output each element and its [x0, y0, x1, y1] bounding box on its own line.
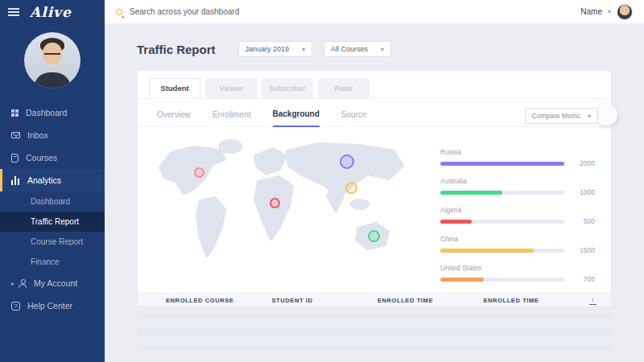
bar-fill: [440, 278, 484, 282]
subtab-enrollment[interactable]: Enrollment: [213, 110, 251, 126]
sidebar-item-help-center[interactable]: Help Center: [0, 294, 105, 317]
user-name: Name: [580, 7, 602, 16]
bar-track: [440, 162, 564, 166]
search-icon: [116, 9, 122, 15]
stat-row-algeria: Algeria 500: [440, 206, 595, 225]
country-value: 1000: [572, 188, 595, 196]
bar-fill: [440, 162, 564, 166]
bar-fill: [440, 220, 472, 224]
bar-fill: [440, 191, 502, 195]
country-label: Russia: [440, 148, 595, 156]
sidebar: Alive Dashboard Inbox Courses Anal: [0, 0, 105, 362]
page-title: Traffic Report: [137, 43, 216, 56]
avatar-body: [34, 72, 71, 88]
country-value: 1500: [572, 246, 595, 254]
tab-rater[interactable]: Rater: [318, 78, 369, 98]
main-content: Traffic Report January 2019 ▾ All Course…: [105, 24, 644, 362]
background-panel: Russia 2000 Australia 1000: [138, 127, 611, 293]
submenu-item-finance[interactable]: Finance: [0, 252, 105, 272]
country-label: Australia: [440, 177, 595, 185]
topbar-avatar[interactable]: [617, 4, 633, 20]
compare-metric-dropdown[interactable]: Compare Metric ▾: [525, 108, 598, 124]
submenu-item-course-report[interactable]: Course Report: [0, 232, 105, 252]
tab-viewer[interactable]: Viewer: [205, 78, 257, 98]
country-value: 500: [572, 217, 595, 225]
app-logo: Alive: [30, 4, 72, 20]
country-value: 700: [572, 275, 595, 283]
subtab-background[interactable]: Background: [273, 109, 320, 127]
sidebar-item-inbox[interactable]: Inbox: [0, 124, 105, 146]
chevron-right-icon: ▸: [11, 280, 14, 287]
map-marker-australia[interactable]: [368, 230, 380, 242]
sidebar-item-courses[interactable]: Courses: [0, 146, 105, 169]
user-menu[interactable]: Name ▾: [580, 4, 633, 20]
map-marker-algeria[interactable]: [270, 198, 280, 208]
chevron-down-icon: ▾: [381, 46, 384, 53]
stat-row-china: China 1500: [440, 235, 595, 254]
stat-row-russia: Russia 2000: [440, 148, 595, 167]
subtab-overview[interactable]: Overview: [157, 110, 191, 126]
help-icon: [11, 302, 20, 311]
world-map-svg: [152, 137, 418, 274]
table-row: [137, 327, 612, 336]
inbox-icon: [11, 132, 20, 138]
subtab-source[interactable]: Source: [341, 110, 367, 126]
download-icon[interactable]: ↓: [589, 296, 597, 305]
chevron-down-icon: ▾: [302, 46, 305, 53]
sidebar-item-my-account[interactable]: ▸ My Account: [0, 272, 105, 294]
country-label: United States: [440, 264, 595, 272]
map-marker-china[interactable]: [345, 182, 357, 194]
bar-fill: [440, 249, 534, 253]
column-header-enrolled-course: Enrolled Course: [166, 297, 271, 304]
sidebar-item-analytics[interactable]: Analytics: [0, 169, 105, 191]
sidebar-item-dashboard[interactable]: Dashboard: [0, 101, 105, 124]
bar-track: [440, 220, 564, 224]
compare-metric-label: Compare Metric: [532, 112, 580, 120]
table-row: [137, 342, 612, 351]
tab-student[interactable]: Student: [149, 78, 200, 98]
profile-avatar: [24, 32, 80, 88]
country-value: 2000: [572, 159, 595, 167]
sidebar-item-label: Inbox: [27, 130, 48, 140]
sidebar-item-label: My Account: [34, 278, 77, 288]
course-filter-dropdown[interactable]: All Courses ▾: [324, 41, 391, 57]
tab-subscriber[interactable]: Subscriber: [262, 78, 313, 98]
app-window: Alive Dashboard Inbox Courses Anal: [0, 0, 644, 362]
table-placeholder-rows: [137, 313, 612, 351]
report-subtabs: Overview Enrollment Background Source Co…: [138, 99, 611, 127]
country-label: China: [440, 235, 595, 243]
chevron-down-icon: ▾: [608, 8, 611, 15]
column-header-enrolled-time-1: Enrolled Time: [378, 297, 483, 304]
world-map: [152, 137, 418, 274]
dashboard-icon: [11, 109, 14, 113]
sidebar-nav: Dashboard Inbox Courses Analytics Dashbo…: [0, 101, 105, 317]
sidebar-header: Alive: [0, 0, 105, 24]
sidebar-item-label: Dashboard: [26, 108, 67, 117]
avatar-glasses: [44, 50, 60, 55]
submenu-item-traffic-report[interactable]: Traffic Report: [0, 212, 105, 232]
courses-icon: [11, 154, 19, 162]
submenu-item-dashboard[interactable]: Dashboard: [0, 191, 105, 212]
hamburger-menu-icon[interactable]: [8, 8, 19, 16]
map-marker-united-states[interactable]: [194, 167, 204, 178]
search-input[interactable]: [130, 7, 355, 16]
chevron-down-icon: ▾: [588, 113, 591, 120]
analytics-icon: [11, 176, 20, 185]
month-filter-dropdown[interactable]: January 2019 ▾: [238, 41, 313, 57]
account-icon: [19, 279, 27, 287]
table-row: [137, 313, 612, 322]
course-filter-value: All Courses: [331, 45, 368, 53]
sidebar-item-label: Courses: [26, 153, 57, 162]
floating-action-circle[interactable]: [596, 104, 617, 125]
audience-tabs: Student Viewer Subscriber Rater: [138, 71, 611, 99]
stat-row-australia: Australia 1000: [440, 177, 595, 196]
stat-row-united-states: United States 700: [440, 264, 595, 283]
page-header: Traffic Report January 2019 ▾ All Course…: [105, 24, 644, 70]
country-bar-chart: Russia 2000 Australia 1000: [440, 137, 598, 293]
country-label: Algeria: [440, 206, 595, 214]
sidebar-item-label: Help Center: [27, 301, 72, 311]
sidebar-item-label: Analytics: [27, 175, 61, 185]
map-marker-russia[interactable]: [340, 154, 354, 169]
bar-track: [440, 191, 564, 195]
column-header-student-id: Student ID: [271, 297, 377, 304]
